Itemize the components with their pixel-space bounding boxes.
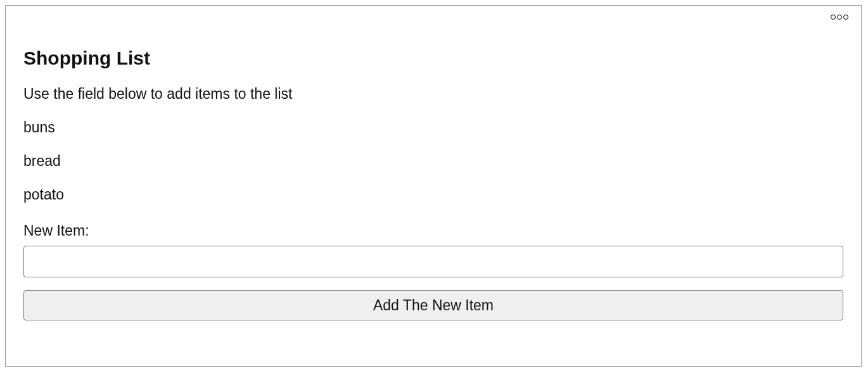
new-item-input[interactable] [23, 246, 843, 277]
list-item: bread [23, 153, 843, 170]
item-list: buns bread potato [23, 119, 843, 203]
new-item-label: New Item: [23, 222, 843, 239]
card-subtitle: Use the field below to add items to the … [23, 85, 843, 103]
list-item: potato [23, 186, 843, 203]
more-options-icon[interactable] [831, 15, 848, 20]
list-item: buns [23, 119, 843, 136]
add-item-button[interactable]: Add The New Item [23, 290, 843, 320]
card-title: Shopping List [23, 47, 843, 69]
shopping-list-card: Shopping List Use the field below to add… [5, 5, 862, 367]
